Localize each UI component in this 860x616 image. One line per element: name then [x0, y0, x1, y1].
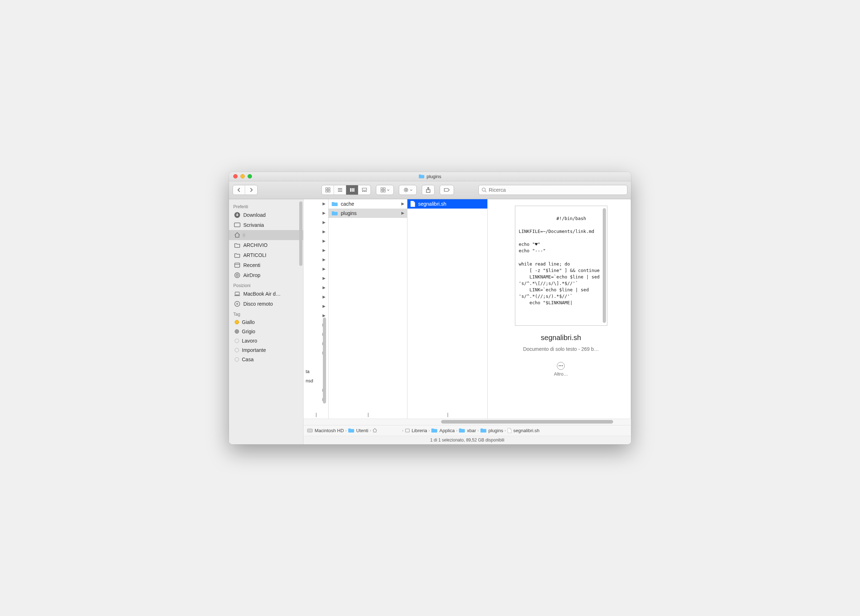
ellipsis-icon: ••• [557, 362, 565, 370]
svg-rect-42 [405, 429, 409, 432]
path-crumb[interactable]: segnalibri.sh [507, 428, 540, 433]
columns-icon [350, 187, 355, 192]
minimize-button[interactable] [240, 174, 245, 178]
share-button[interactable] [422, 185, 435, 195]
column-resize-handle[interactable]: || [367, 412, 368, 417]
finder-window: plugins [229, 172, 631, 444]
truncated-item-label: nsd [306, 378, 313, 383]
back-button[interactable] [233, 185, 245, 195]
svg-rect-10 [362, 188, 367, 190]
chevron-right-icon: › [402, 429, 403, 432]
svg-rect-0 [326, 188, 328, 190]
column-resize-handle[interactable]: || [447, 412, 447, 417]
column-previous[interactable]: ▶▶▶▶ ▶▶▶▶ ▶▶▶▶ ▶▶▶▶ ▶ ta nsd ▶▶ || [303, 199, 329, 418]
crumb-label: plugins [488, 428, 503, 433]
sidebar-item-label: r [243, 232, 245, 238]
sidebar-tag-grigio[interactable]: Grigio [229, 327, 303, 336]
path-crumb[interactable]: Macintosh HD [307, 428, 344, 433]
group-by-button[interactable] [376, 185, 394, 195]
sidebar-item-desktop[interactable]: Scrivania [229, 220, 303, 230]
icon-view-button[interactable] [322, 185, 334, 195]
preview-more-button[interactable]: ••• Altro… [554, 362, 568, 377]
status-bar: 1 di 1 selezionato, 89,52 GB disponibili [303, 436, 631, 444]
sidebar-tag-importante[interactable]: Importante [229, 346, 303, 355]
file-icon [507, 428, 512, 433]
svg-point-39 [235, 302, 240, 306]
sidebar-tag-giallo[interactable]: Giallo [229, 317, 303, 327]
column-2: segnalibri.sh || [407, 199, 488, 418]
close-button[interactable] [233, 174, 238, 178]
scrollbar-thumb[interactable] [441, 420, 613, 424]
laptop-icon [234, 291, 240, 297]
svg-point-40 [237, 303, 238, 305]
sidebar-item-archivio[interactable]: ARCHIVIO [229, 240, 303, 250]
path-crumb[interactable]: Libreria [405, 428, 427, 433]
sidebar-item-articoli[interactable]: ARTICOLI [229, 250, 303, 260]
path-crumb[interactable]: xbar [459, 428, 476, 433]
chevron-right-icon: › [428, 429, 430, 432]
forward-button[interactable] [245, 185, 257, 195]
view-mode-buttons [322, 185, 371, 195]
sidebar-item-home[interactable]: r [229, 230, 303, 240]
svg-rect-7 [350, 188, 351, 192]
svg-point-18 [405, 189, 407, 191]
action-menu-button[interactable] [399, 185, 417, 195]
tags-button[interactable] [440, 185, 454, 195]
tag-dot-icon [235, 339, 239, 343]
chevron-right-icon [249, 188, 253, 192]
sidebar-item-macbook[interactable]: MacBook Air d… [229, 289, 303, 299]
search-input[interactable] [489, 187, 624, 193]
body: Preferiti Download Scrivania r ARCHIVIO … [229, 199, 631, 444]
preview-column: #!/bin/bash LINKFILE=~/Documents/link.md… [488, 199, 631, 418]
crumb-label: segnalibri.sh [513, 428, 540, 433]
preview-content[interactable]: #!/bin/bash LINKFILE=~/Documents/link.md… [515, 206, 607, 326]
tag-dot-icon [235, 320, 239, 324]
search-field[interactable] [479, 185, 628, 195]
sidebar-item-label: Disco remoto [243, 301, 273, 307]
sidebar-item-label: Recenti [243, 262, 260, 268]
column-view-button[interactable] [346, 185, 358, 195]
sidebar-item-download[interactable]: Download [229, 210, 303, 220]
list-item[interactable]: plugins ▶ [329, 209, 407, 218]
nav-buttons [232, 185, 257, 195]
column-resize-handle[interactable]: || [315, 412, 316, 417]
path-crumb[interactable]: Applica [431, 428, 455, 433]
gallery-icon [362, 187, 367, 192]
path-crumb[interactable] [372, 428, 401, 433]
path-bar: Macintosh HD › Utenti › › Libreria › [303, 425, 631, 436]
desktop-icon [234, 222, 240, 228]
list-item[interactable]: segnalibri.sh [407, 199, 487, 209]
preview-meta: Documento di solo testo - 269 b… [523, 346, 599, 352]
folder-icon [480, 428, 486, 433]
horizontal-scrollbar[interactable] [303, 418, 631, 425]
sidebar-item-airdrop[interactable]: AirDrop [229, 270, 303, 280]
sidebar-tag-lavoro[interactable]: Lavoro [229, 336, 303, 346]
path-crumb[interactable]: plugins [480, 428, 503, 433]
path-crumb[interactable]: Utenti [348, 428, 368, 433]
list-view-button[interactable] [334, 185, 346, 195]
main-content: ▶▶▶▶ ▶▶▶▶ ▶▶▶▶ ▶▶▶▶ ▶ ta nsd ▶▶ || [303, 199, 631, 444]
gallery-view-button[interactable] [358, 185, 370, 195]
sidebar-item-recents[interactable]: Recenti [229, 260, 303, 270]
sidebar-item-label: Casa [242, 357, 254, 362]
sidebar-header-locations: Posizioni [229, 280, 303, 289]
folder-icon [405, 428, 410, 433]
zoom-button[interactable] [248, 174, 252, 178]
column-browser: ▶▶▶▶ ▶▶▶▶ ▶▶▶▶ ▶▶▶▶ ▶ ta nsd ▶▶ || [303, 199, 631, 418]
scrollbar[interactable] [299, 201, 303, 266]
sidebar-header-favorites: Preferiti [229, 201, 303, 210]
scrollbar[interactable] [603, 208, 606, 323]
chevron-right-icon: › [478, 429, 479, 432]
sidebar-item-label: Download [243, 212, 265, 218]
list-item[interactable]: cache ▶ [329, 199, 407, 209]
item-label: plugins [341, 211, 356, 216]
chevron-right-icon: › [370, 429, 371, 432]
column-1: cache ▶ plugins ▶ || [329, 199, 407, 418]
sidebar-item-label: Giallo [242, 319, 255, 325]
scrollbar[interactable] [323, 317, 326, 404]
sidebar-item-remote-disc[interactable]: Disco remoto [229, 299, 303, 309]
window-title: plugins [419, 174, 441, 179]
sidebar-tag-casa[interactable]: Casa [229, 355, 303, 364]
download-icon [234, 212, 240, 218]
folder-icon [234, 242, 240, 248]
